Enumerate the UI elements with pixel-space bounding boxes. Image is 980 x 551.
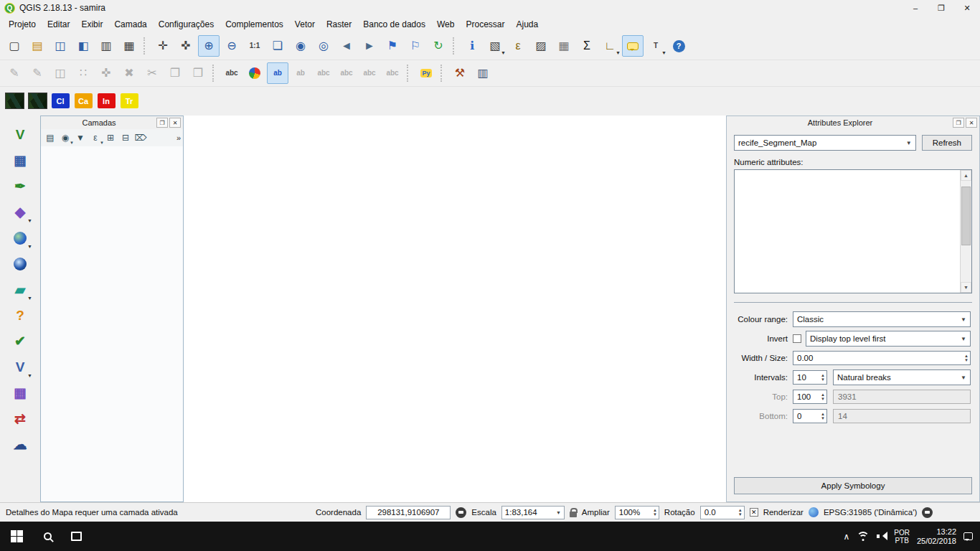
float-panel-icon[interactable]: ❐	[156, 118, 168, 128]
spinner-arrows-icon[interactable]: ▲▼	[738, 508, 743, 517]
menu-configurações[interactable]: Configurações	[153, 17, 220, 32]
map-shortcut-1-icon[interactable]	[4, 90, 25, 112]
dropdown-arrow-icon[interactable]: ▼	[661, 50, 666, 55]
top-spinner[interactable]: 100 ▲▼	[793, 390, 827, 404]
overlay-layers-icon[interactable]: ▰▼	[6, 278, 34, 301]
messages-bubble-icon[interactable]	[922, 507, 933, 518]
web-globe-icon[interactable]: ▼	[6, 226, 34, 250]
new-project-icon[interactable]: ▢	[4, 35, 25, 57]
task-view-button[interactable]	[62, 522, 90, 551]
filter-legend-icon[interactable]: ▼	[73, 131, 88, 145]
vector-check-icon[interactable]: ✔	[6, 329, 34, 353]
dropdown-arrow-icon[interactable]: ▼	[501, 50, 506, 55]
scroll-track[interactable]	[961, 181, 971, 282]
show-bookmarks-icon[interactable]: ⚐	[405, 35, 426, 57]
render-checkbox[interactable]: ✕	[750, 508, 758, 517]
notification-center-icon[interactable]	[963, 532, 973, 540]
new-vector-icon[interactable]: V	[6, 123, 34, 146]
menu-banco-de-dados[interactable]: Banco de dados	[357, 17, 431, 32]
add-group-icon[interactable]: ▤	[43, 131, 57, 145]
expand-all-icon[interactable]: ⊞	[103, 131, 118, 145]
display-order-combo[interactable]: Display top level first ▼	[806, 331, 971, 347]
select-features-icon[interactable]: ▧▼	[484, 35, 506, 57]
zoom-full-icon[interactable]: ❏	[267, 35, 288, 57]
map-shortcut-2-icon[interactable]	[27, 90, 48, 112]
map-canvas[interactable]	[184, 116, 399, 223]
query-help-icon[interactable]: ?	[6, 303, 34, 327]
invert-checkbox[interactable]	[793, 334, 801, 343]
menu-editar[interactable]: Editar	[42, 17, 75, 32]
open-project-icon[interactable]: ▤	[27, 35, 48, 57]
zoom-in-icon[interactable]: ⊕	[198, 35, 220, 57]
coordinate-input[interactable]: 298131,9106907	[366, 506, 451, 519]
new-bookmark-icon[interactable]: ⚑	[382, 35, 403, 57]
pan-map-icon[interactable]: ✜	[175, 35, 197, 57]
minimize-button[interactable]: –	[903, 0, 928, 16]
menu-ajuda[interactable]: Ajuda	[510, 17, 544, 32]
select-by-expression-icon[interactable]: ε	[507, 35, 529, 57]
text-annotation-icon[interactable]: T▼	[645, 35, 666, 57]
apply-symbology-button[interactable]: Apply Symbology	[734, 477, 972, 494]
breaks-mode-combo[interactable]: Natural breaks ▼	[833, 369, 971, 385]
zoom-last-icon[interactable]: ◄	[336, 35, 357, 57]
refresh-map-icon[interactable]: ↻	[428, 35, 449, 57]
map-tips-icon[interactable]	[622, 35, 644, 57]
start-button[interactable]	[0, 522, 33, 551]
dropdown-arrow-icon[interactable]: ▼	[27, 373, 32, 378]
layer-diagram-icon[interactable]	[244, 62, 265, 84]
clock[interactable]: 13:22 25/02/2018	[917, 527, 956, 546]
menu-camada[interactable]: Camada	[108, 17, 152, 32]
close-panel-icon[interactable]: ✕	[169, 118, 181, 128]
float-panel-icon[interactable]: ❐	[953, 118, 964, 128]
wifi-icon[interactable]	[857, 532, 870, 541]
dropdown-arrow-icon[interactable]: ▼	[27, 218, 32, 223]
zoom-to-selection-icon[interactable]: ◉	[290, 35, 311, 57]
rotation-spinner[interactable]: 0.0 ▲▼	[700, 506, 745, 519]
menu-vetor[interactable]: Vetor	[289, 17, 321, 32]
menu-complementos[interactable]: Complementos	[220, 17, 289, 32]
label-highlight-icon[interactable]: ab	[267, 62, 288, 84]
new-print-composer-icon[interactable]: ▥	[95, 35, 117, 57]
remove-layer-icon[interactable]: ⌦	[133, 131, 148, 145]
add-raster-grid-icon[interactable]: ▦	[6, 149, 34, 172]
toolbar-overflow-icon[interactable]: »	[176, 133, 181, 142]
swap-arrows-icon[interactable]: ⇄	[6, 407, 34, 430]
spinner-arrows-icon[interactable]: ▲▼	[819, 373, 825, 382]
intervals-spinner[interactable]: 10 ▲▼	[793, 370, 827, 385]
search-button[interactable]	[33, 522, 62, 551]
colour-range-combo[interactable]: Classic ▼	[793, 311, 971, 327]
scroll-thumb[interactable]	[961, 187, 971, 245]
menu-web[interactable]: Web	[431, 17, 460, 32]
osgeo-tools-icon[interactable]: ⚒	[449, 62, 471, 84]
spinner-arrows-icon[interactable]: ▲▼	[819, 412, 825, 420]
magnifier-spinner[interactable]: 100% ▲▼	[615, 506, 659, 519]
vector-plus-icon[interactable]: V▼	[6, 355, 34, 379]
shortcut-cl-icon[interactable]: Cl	[50, 90, 71, 112]
zoom-native-icon[interactable]: 1:1	[244, 35, 265, 57]
scroll-down-icon[interactable]: ▼	[961, 282, 971, 293]
add-polygon-icon[interactable]: ◆▼	[6, 200, 34, 224]
bottom-spinner[interactable]: 0 ▲▼	[793, 409, 827, 423]
composer-manager-icon[interactable]: ▦	[118, 35, 140, 57]
volume-icon[interactable]	[877, 532, 887, 541]
spinner-arrows-icon[interactable]: ▲▼	[653, 508, 657, 517]
dropdown-arrow-icon[interactable]: ▼	[27, 244, 32, 249]
save-project-icon[interactable]: ◫	[50, 35, 71, 57]
shortcut-tr-icon[interactable]: Tr	[118, 90, 140, 112]
scale-combo[interactable]: 1:83,164 ▼	[501, 506, 565, 519]
menu-exibir[interactable]: Exibir	[75, 17, 108, 32]
cloud-layer-icon[interactable]: ☁	[6, 433, 34, 456]
zoom-to-layer-icon[interactable]: ◎	[313, 35, 334, 57]
refresh-button[interactable]: Refresh	[922, 135, 972, 151]
menu-processar[interactable]: Processar	[460, 17, 510, 32]
spinner-arrows-icon[interactable]: ▲▼	[819, 392, 825, 401]
close-panel-icon[interactable]: ✕	[966, 118, 977, 128]
spinner-arrows-icon[interactable]: ▲▼	[962, 354, 969, 362]
marble-globe-icon[interactable]	[6, 252, 34, 276]
manage-visibility-icon[interactable]: ◉▼	[58, 131, 72, 145]
dropdown-arrow-icon[interactable]: ▼	[616, 50, 621, 55]
identify-features-icon[interactable]: ℹ	[461, 35, 483, 57]
close-button[interactable]: ✕	[954, 0, 980, 16]
collapse-all-icon[interactable]: ⊟	[118, 131, 133, 145]
crs-status[interactable]: EPSG:31985 ('Dinâmica')	[824, 508, 917, 517]
